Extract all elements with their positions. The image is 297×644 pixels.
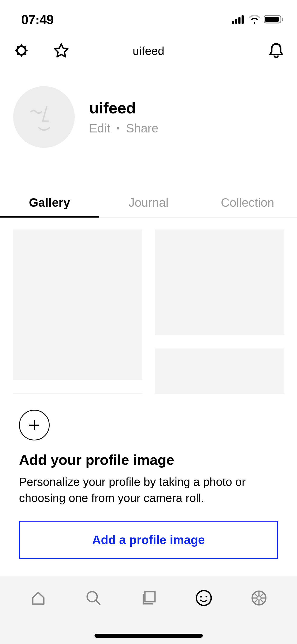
status-icons	[232, 15, 284, 25]
profile-actions: Edit Share	[89, 121, 158, 135]
cellular-icon	[232, 15, 245, 25]
svg-rect-0	[232, 21, 234, 24]
nav-bar: uifeed	[0, 34, 297, 76]
prompt-description: Personalize your profile by taking a pho…	[19, 474, 278, 506]
svg-line-11	[96, 600, 100, 604]
profile-image-prompt: Add your profile image Personalize your …	[0, 394, 297, 576]
edit-button[interactable]: Edit	[89, 121, 110, 135]
tab-collection[interactable]: Collection	[198, 187, 297, 218]
plus-icon[interactable]	[19, 410, 50, 440]
nav-discover[interactable]	[248, 587, 270, 609]
svg-rect-3	[242, 15, 244, 24]
svg-point-13	[196, 591, 211, 605]
home-indicator[interactable]	[95, 634, 203, 638]
nav-profile[interactable]	[193, 587, 214, 609]
svg-point-7	[17, 46, 26, 55]
separator-dot	[117, 127, 119, 130]
nav-studio[interactable]	[138, 587, 159, 609]
prompt-title: Add your profile image	[19, 452, 278, 468]
svg-rect-1	[235, 19, 237, 24]
profile-section: uifeed Edit Share	[0, 76, 297, 169]
tab-gallery[interactable]: Gallery	[0, 187, 99, 218]
svg-rect-12	[145, 592, 155, 602]
nav-search[interactable]	[83, 587, 104, 609]
wifi-icon	[248, 15, 261, 25]
svg-rect-5	[265, 17, 279, 22]
add-profile-image-button[interactable]: Add a profile image	[19, 521, 278, 559]
avatar[interactable]	[13, 86, 75, 148]
tab-indicator	[0, 216, 99, 218]
nav-home[interactable]	[28, 587, 49, 609]
notifications-icon[interactable]	[268, 55, 284, 59]
tab-journal[interactable]: Journal	[99, 187, 198, 218]
profile-username: uifeed	[89, 99, 158, 117]
svg-rect-2	[238, 17, 241, 24]
favorites-icon[interactable]	[53, 42, 69, 60]
battery-icon	[264, 15, 284, 25]
status-bar: 07:49	[0, 0, 297, 34]
svg-point-19	[257, 596, 261, 600]
share-button[interactable]: Share	[126, 121, 158, 135]
gallery-placeholder[interactable]	[155, 229, 285, 335]
gallery-placeholder[interactable]	[13, 229, 142, 380]
page-title: uifeed	[133, 44, 164, 58]
tabs: Gallery Journal Collection	[0, 169, 297, 218]
status-time: 07:49	[21, 12, 54, 27]
svg-rect-6	[282, 18, 283, 21]
settings-icon[interactable]	[13, 42, 30, 60]
